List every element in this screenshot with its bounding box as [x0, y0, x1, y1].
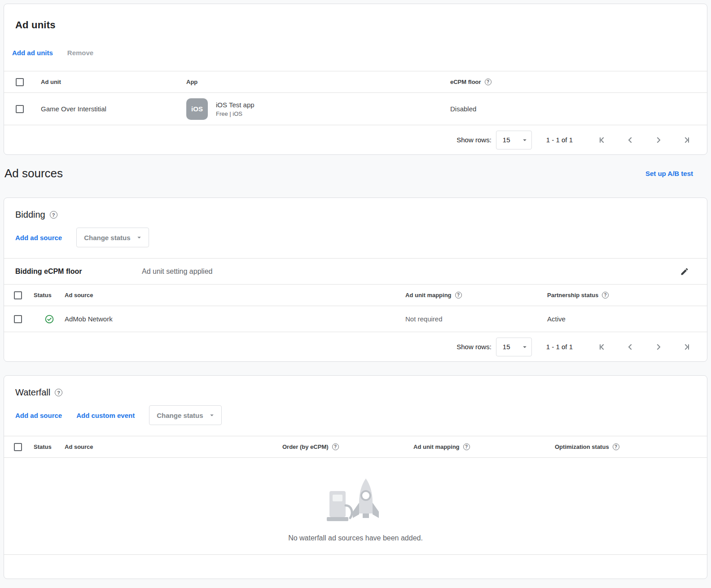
ios-app-icon-label: iOS [191, 105, 203, 113]
column-status: Status [34, 292, 65, 298]
bidding-pagination: Show rows: 15 1 - 1 of 1 [4, 332, 707, 361]
first-page-button[interactable] [597, 135, 607, 145]
bidding-title: Bidding [4, 198, 707, 220]
rows-per-page-select[interactable]: 15 [496, 338, 532, 356]
column-optimization-status-label: Optimization status [555, 443, 609, 450]
waterfall-add-ad-source-link[interactable]: Add ad source [15, 412, 62, 419]
optimization-status-help-icon[interactable] [613, 443, 619, 450]
first-page-button[interactable] [597, 342, 607, 352]
bidding-ecpm-floor-value: Ad unit setting applied [142, 268, 680, 276]
column-ad-unit-mapping-label: Ad unit mapping [413, 443, 460, 450]
pagination-nav [597, 135, 692, 145]
setup-ab-test-link[interactable]: Set up A/B test [645, 170, 693, 177]
select-all-waterfall-checkbox[interactable] [14, 443, 22, 451]
partnership-status-value: Active [547, 315, 707, 323]
ad-units-card: Ad units Add ad units Remove Ad unit App… [4, 4, 707, 155]
edit-ecpm-floor-button[interactable] [680, 267, 689, 276]
waterfall-change-status-label: Change status [157, 412, 203, 419]
add-ad-units-link[interactable]: Add ad units [12, 49, 53, 57]
remove-ad-units-link[interactable]: Remove [67, 49, 93, 57]
edit-icon [680, 267, 689, 276]
app-names: iOS Test app Free | iOS [216, 101, 255, 117]
column-ecpm-floor: eCPM floor [450, 79, 707, 85]
chevron-down-icon [135, 233, 143, 241]
waterfall-card: Waterfall Add ad source Add custom event… [4, 375, 707, 579]
column-ad-unit: Ad unit [41, 79, 186, 85]
ad-sources-header: Ad sources Set up A/B test [4, 167, 693, 180]
rocket-gas-pump-illustration [322, 474, 389, 524]
app-meta: Free | iOS [216, 110, 255, 117]
column-app: App [186, 79, 450, 85]
waterfall-footer [4, 554, 707, 579]
partnership-status-help-icon[interactable] [602, 292, 609, 298]
bidding-help-icon[interactable] [50, 211, 57, 219]
mediation-page: Ad units Add ad units Remove Ad unit App… [0, 4, 711, 579]
waterfall-empty-text: No waterfall ad sources have been added. [288, 534, 423, 542]
bidding-actions: Add ad source Change status [4, 220, 707, 258]
column-ad-source: Ad source [65, 443, 282, 450]
bidding-table-row[interactable]: AdMob Network Not required Active [4, 306, 707, 332]
waterfall-actions: Add ad source Add custom event Change st… [4, 398, 707, 436]
column-order-by-ecpm-label: Order (by eCPM) [282, 443, 329, 450]
app-name: iOS Test app [216, 101, 255, 109]
ad-sources-title: Ad sources [4, 167, 63, 180]
ad-units-table-header: Ad unit App eCPM floor [4, 71, 707, 92]
waterfall-title-label: Waterfall [15, 387, 50, 398]
column-status: Status [34, 443, 65, 450]
ios-app-icon: iOS [186, 98, 208, 120]
chevron-down-icon [521, 136, 529, 144]
ad-unit-mapping-value: Not required [405, 315, 547, 323]
order-by-ecpm-help-icon[interactable] [332, 443, 339, 450]
select-all-ad-units-checkbox[interactable] [16, 78, 24, 86]
waterfall-empty-state: No waterfall ad sources have been added. [4, 457, 707, 554]
next-page-button[interactable] [653, 135, 664, 145]
bidding-change-status-button[interactable]: Change status [76, 228, 149, 247]
bidding-add-ad-source-link[interactable]: Add ad source [15, 234, 62, 241]
ad-unit-table-row[interactable]: Game Over Interstitial iOS iOS Test app … [4, 92, 707, 125]
column-ad-source: Ad source [65, 292, 405, 298]
last-page-icon [681, 342, 692, 352]
ad-unit-mapping-help-icon[interactable] [455, 292, 462, 298]
column-optimization-status: Optimization status [555, 443, 707, 450]
row-select-cell [4, 315, 34, 323]
add-custom-event-link[interactable]: Add custom event [76, 412, 135, 419]
ecpm-floor-value: Disabled [450, 105, 707, 113]
rows-per-page-select[interactable]: 15 [496, 131, 532, 149]
chevron-right-icon [653, 135, 664, 145]
column-partnership-status: Partnership status [547, 292, 707, 298]
status-cell [34, 315, 65, 324]
waterfall-ad-unit-mapping-help-icon[interactable] [463, 443, 470, 450]
bidding-ecpm-floor-row: Bidding eCPM floor Ad unit setting appli… [4, 258, 707, 284]
last-page-button[interactable] [681, 342, 692, 352]
previous-page-button[interactable] [625, 135, 636, 145]
ad-units-pagination: Show rows: 15 1 - 1 of 1 [4, 125, 707, 154]
previous-page-button[interactable] [625, 342, 636, 352]
bidding-table-header: Status Ad source Ad unit mapping Partner… [4, 284, 707, 306]
waterfall-change-status-button[interactable]: Change status [149, 405, 221, 425]
chevron-right-icon [653, 342, 664, 352]
bidding-row-checkbox[interactable] [14, 315, 22, 323]
chevron-left-icon [625, 342, 636, 352]
select-all-bidding-checkbox[interactable] [14, 291, 22, 299]
pagination-nav [597, 342, 692, 352]
show-rows-label: Show rows: [456, 136, 492, 144]
column-ad-unit-mapping: Ad unit mapping [405, 292, 547, 298]
ad-unit-row-checkbox[interactable] [16, 105, 24, 113]
waterfall-help-icon[interactable] [55, 389, 62, 396]
ecpm-floor-help-icon[interactable] [485, 79, 492, 85]
ad-source-name: AdMob Network [65, 315, 405, 323]
bidding-title-label: Bidding [15, 210, 45, 220]
first-page-icon [597, 135, 607, 145]
next-page-button[interactable] [653, 342, 664, 352]
last-page-button[interactable] [681, 135, 692, 145]
first-page-icon [597, 342, 607, 352]
show-rows-label: Show rows: [456, 343, 492, 351]
column-ecpm-floor-label: eCPM floor [450, 79, 481, 85]
column-ad-unit-mapping: Ad unit mapping [413, 443, 555, 450]
page-range: 1 - 1 of 1 [546, 343, 573, 351]
page-range: 1 - 1 of 1 [546, 136, 573, 144]
bidding-change-status-label: Change status [84, 234, 130, 241]
waterfall-title: Waterfall [4, 376, 707, 398]
select-all-cell [4, 291, 34, 299]
check-circle-icon [45, 315, 54, 324]
